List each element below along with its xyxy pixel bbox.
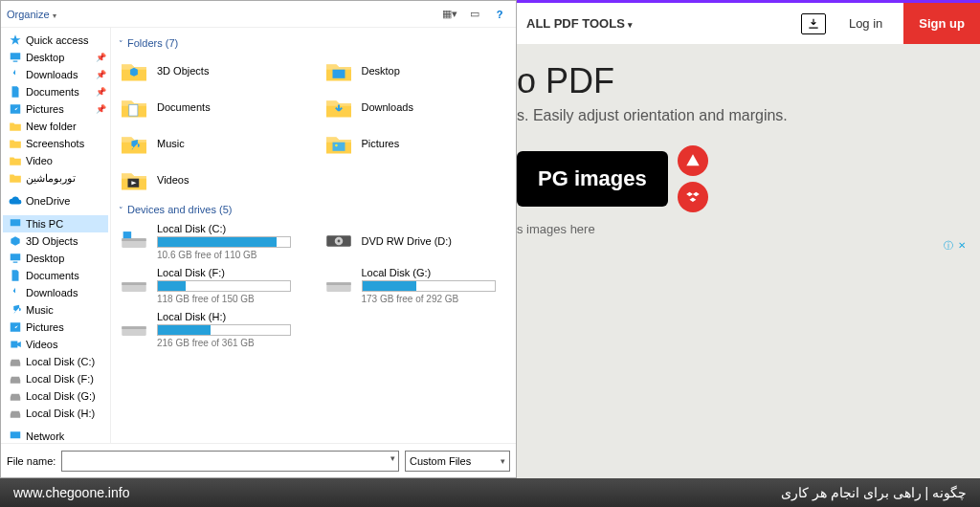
folder-label: 3D Objects (157, 65, 209, 77)
nav-item-network[interactable]: Network (3, 428, 108, 443)
nav-item-onedrive[interactable]: OneDrive (3, 192, 108, 209)
folder-icon (117, 93, 151, 121)
all-pdf-tools-menu[interactable]: ALL PDF TOOLS (526, 16, 633, 31)
nav-item-label: OneDrive (26, 195, 70, 207)
file-type-filter[interactable]: Custom Files (405, 451, 510, 472)
nav-item-label: Desktop (26, 52, 64, 63)
drive-local-disk-h-[interactable]: Local Disk (H:)216 GB free of 361 GB (117, 307, 306, 351)
nav-item-label: Screenshots (26, 138, 84, 149)
drive-local-disk-c-[interactable]: Local Disk (C:)10.6 GB free of 110 GB (117, 219, 306, 263)
drive-usage-bar (362, 280, 496, 292)
select-images-button[interactable]: PG images (517, 151, 668, 207)
preview-pane-icon[interactable]: ▭ (464, 4, 485, 25)
drive-icon (117, 315, 151, 343)
ad-close-icon[interactable]: ⓘ ✕ (944, 239, 967, 253)
nav-item-pictures[interactable]: Pictures📌 (3, 100, 108, 118)
nav-item-label: Pictures (26, 321, 64, 333)
nav-item-downloads[interactable]: Downloads📌 (3, 66, 108, 83)
nav-item-local-disk-h-[interactable]: Local Disk (H:) (3, 405, 108, 422)
nav-item-label: Downloads (26, 287, 78, 298)
drive-name: Local Disk (H:) (157, 311, 306, 322)
login-link[interactable]: Log in (839, 3, 892, 44)
drop-hint: s images here (517, 222, 980, 236)
drive-usage-bar (157, 236, 291, 248)
nav-item-label: Documents (26, 86, 79, 98)
dropbox-button[interactable] (678, 182, 708, 212)
folder-videos[interactable]: Videos (117, 162, 306, 198)
organize-menu[interactable]: Organize (7, 9, 56, 20)
download-icon[interactable] (801, 13, 826, 34)
page-subtitle: s. Easily adjust orientation and margins… (517, 107, 980, 124)
svg-rect-0 (332, 70, 345, 78)
folder-icon (117, 56, 151, 85)
drive-icon (322, 227, 356, 255)
drive-dvd-rw-drive-d-[interactable]: DVD RW Drive (D:) (322, 219, 511, 263)
folders-group-header[interactable]: Folders (7) (119, 37, 510, 49)
folder-music[interactable]: Music (117, 125, 306, 162)
nav-item-local-disk-f-[interactable]: Local Disk (F:) (3, 370, 108, 387)
nav-item-videos[interactable]: Videos (3, 336, 108, 353)
nav-item-label: This PC (26, 218, 63, 230)
nav-item-desktop[interactable]: Desktop (3, 250, 108, 267)
signup-button[interactable]: Sign up (903, 3, 980, 44)
nav-item-label: Quick access (26, 34, 88, 46)
folder-label: Music (157, 138, 185, 149)
nav-item-this-pc[interactable]: This PC (3, 215, 108, 232)
folder-documents[interactable]: Documents (117, 89, 306, 125)
nav-item-downloads[interactable]: Downloads (3, 284, 108, 301)
drive-free-text: 118 GB free of 150 GB (157, 294, 306, 304)
nav-item-quick-access[interactable]: Quick access (3, 32, 108, 49)
folder-icon (322, 56, 356, 85)
drive-local-disk-g-[interactable]: Local Disk (G:)173 GB free of 292 GB (322, 263, 511, 307)
nav-item-label: Local Disk (F:) (26, 373, 94, 385)
nav-item-new-folder[interactable]: New folder (3, 118, 108, 135)
nav-item-3d-objects[interactable]: 3D Objects (3, 232, 108, 250)
svg-rect-16 (122, 326, 146, 329)
nav-item-pictures[interactable]: Pictures (3, 319, 108, 336)
view-mode-icon[interactable]: ▦▾ (439, 4, 460, 25)
nav-item-desktop[interactable]: Desktop📌 (3, 49, 108, 66)
nav-item-documents[interactable]: Documents (3, 267, 108, 284)
nav-item-label: Video (26, 155, 53, 166)
folder-label: Videos (157, 174, 189, 186)
nav-item-music[interactable]: Music (3, 301, 108, 319)
drive-free-text: 173 GB free of 292 GB (362, 294, 511, 304)
svg-rect-14 (326, 282, 351, 285)
folder-icon (322, 129, 356, 158)
nav-item--[interactable]: توربوماشین (3, 169, 108, 187)
folder-pictures[interactable]: Pictures (322, 125, 511, 162)
page-footer: www.chegoone.info چگونه | راهی برای انجا… (0, 478, 980, 507)
nav-item-screenshots[interactable]: Screenshots (3, 135, 108, 152)
folder-label: Downloads (362, 101, 413, 113)
drives-group-header[interactable]: Devices and drives (5) (119, 204, 510, 215)
file-open-dialog: Organize ▦▾ ▭ ? Quick accessDesktop📌Down… (0, 0, 517, 478)
nav-item-documents[interactable]: Documents📌 (3, 83, 108, 100)
folder-desktop[interactable]: Desktop (322, 53, 511, 89)
svg-rect-1 (129, 104, 138, 116)
pin-icon: 📌 (96, 87, 106, 97)
hero-section: o PDF s. Easily adjust orientation and m… (517, 44, 980, 236)
svg-point-10 (337, 240, 340, 243)
drive-icon (322, 271, 356, 299)
nav-item-video[interactable]: Video (3, 152, 108, 169)
nav-item-local-disk-g-[interactable]: Local Disk (G:) (3, 387, 108, 405)
nav-item-local-disk-c-[interactable]: Local Disk (C:) (3, 353, 108, 370)
drive-free-text: 216 GB free of 361 GB (157, 338, 306, 348)
pin-icon: 📌 (96, 104, 106, 114)
google-drive-button[interactable] (678, 145, 708, 176)
folder-label: Pictures (362, 138, 400, 149)
folder-label: Documents (157, 101, 211, 113)
drive-usage-bar (157, 280, 291, 292)
folder-3d-objects[interactable]: 3D Objects (117, 53, 306, 89)
drive-local-disk-f-[interactable]: Local Disk (F:)118 GB free of 150 GB (117, 263, 306, 307)
nav-item-label: Local Disk (G:) (26, 390, 96, 402)
help-icon[interactable]: ? (489, 4, 510, 25)
folder-downloads[interactable]: Downloads (322, 89, 511, 125)
page-title: o PDF (517, 61, 980, 101)
nav-item-label: Network (26, 430, 64, 442)
nav-item-label: Pictures (26, 103, 64, 115)
drive-icon (117, 227, 151, 255)
file-name-input[interactable] (61, 451, 399, 472)
nav-item-label: New folder (26, 121, 77, 132)
svg-rect-2 (332, 143, 345, 151)
